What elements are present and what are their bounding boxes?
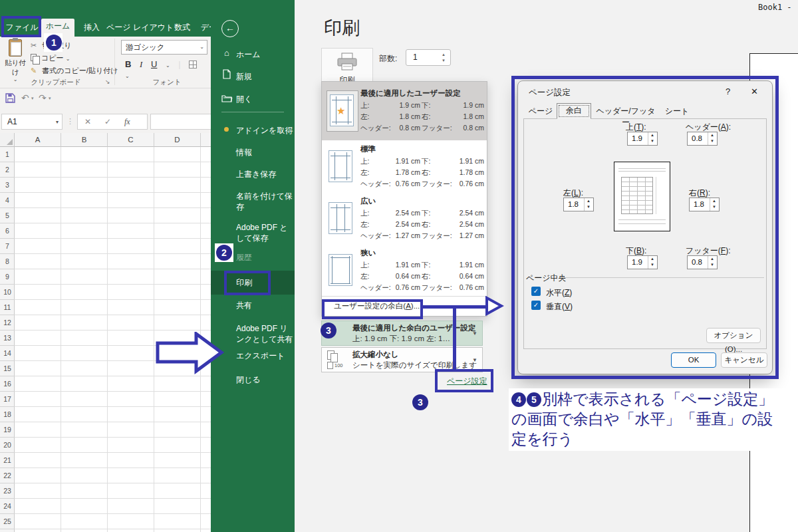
row-header-20[interactable]: 20 (0, 438, 15, 453)
annotation-box-custom-margins (322, 299, 423, 319)
row-header-11[interactable]: 11 (0, 300, 15, 315)
margin-preset-item[interactable]: ★ 狭い 上:1.91 cm下:1.91 cm 左:0.64 cm右:0.64 … (322, 244, 487, 296)
margin-preset-name: 最後に適用したユーザー設定 (360, 88, 485, 98)
dropdown-icon: ▼ (472, 357, 477, 363)
redo-icon[interactable]: ↷ (39, 92, 47, 103)
chevron-down-icon[interactable]: ▾ (31, 96, 34, 101)
font-name-combo[interactable]: 游ゴシック ⌄ (121, 40, 207, 55)
tab-page-layout[interactable]: ページ レイアウト (106, 20, 168, 37)
formula-input[interactable] (150, 114, 211, 130)
sidebar-item-export[interactable]: エクスポート (236, 350, 293, 361)
row-header-17[interactable]: 17 (0, 392, 15, 407)
row-header-7[interactable]: 7 (0, 239, 15, 254)
row-header-13[interactable]: 13 (0, 331, 15, 346)
bold-button[interactable]: B (125, 59, 131, 69)
column-header-C[interactable]: C (108, 133, 154, 147)
confirm-entry-icon[interactable]: ✓ (104, 117, 111, 126)
down-icon[interactable]: ▼ (442, 59, 446, 63)
row-header-19[interactable]: 19 (0, 422, 15, 438)
underline-button[interactable]: U (151, 59, 157, 69)
margin-preset-name: 狭い (360, 248, 485, 258)
chevron-down-icon: ▾ (56, 120, 59, 125)
sidebar-item-save[interactable]: 上書き保存 (236, 169, 293, 180)
annotation-badge-2: 2 (216, 245, 232, 261)
formula-bar-row: A1 ▾ ⋮ ✕ ✓ fx (0, 111, 211, 133)
sidebar-item-close[interactable]: 閉じる (236, 374, 293, 385)
row-header-24[interactable]: 24 (0, 499, 15, 514)
row-header-2[interactable]: 2 (0, 162, 15, 178)
dialog-launcher-icon[interactable]: ↘ (105, 78, 110, 85)
backstage-sidebar: ← ⌂ ホーム 新規 開く アドインを取得 情報 上書き保存 名前を付けて保存 … (211, 0, 295, 532)
margin-preset-item[interactable]: ★ 標準 上:1.91 cm下:1.91 cm 左:1.78 cm右:1.78 … (322, 140, 487, 192)
column-header-E[interactable]: E (201, 133, 211, 147)
copies-stepper[interactable]: 1 ▲ ▼ (406, 49, 451, 66)
up-icon[interactable]: ▲ (442, 53, 446, 57)
tab-data[interactable]: データ (198, 20, 211, 37)
copy-button[interactable]: コピー ⌄ (31, 53, 70, 63)
font-name-value: 游ゴシック (126, 43, 165, 51)
cancel-entry-icon[interactable]: ✕ (84, 117, 91, 126)
row-header-6[interactable]: 6 (0, 223, 15, 239)
row-header-22[interactable]: 22 (0, 468, 15, 483)
dropdown-icon: ▼ (472, 331, 477, 336)
row-header-15[interactable]: 15 (0, 361, 15, 376)
sidebar-item-save-as[interactable]: 名前を付けて保存 (236, 191, 293, 212)
sidebar-item-new[interactable]: 新規 (236, 71, 293, 82)
font-format-buttons: B I U ⌄ | ⌄ (125, 59, 211, 80)
margin-preset-name: 広い (360, 196, 485, 206)
new-document-icon (223, 69, 231, 79)
chevron-down-icon[interactable]: ⌄ (166, 63, 170, 68)
row-header-10[interactable]: 10 (0, 285, 15, 300)
row-header-18[interactable]: 18 (0, 407, 15, 422)
row-header-1[interactable]: 1 (0, 147, 15, 162)
sidebar-item-save-adobe-pdf[interactable]: Adobe PDF として保存 (236, 222, 293, 243)
scissors-icon: ✂ (31, 41, 40, 50)
paste-button[interactable]: 貼り付け ⌄ (3, 39, 28, 83)
sidebar-item-share-adobe-pdf[interactable]: Adobe PDF リンクとして共有 (236, 323, 293, 344)
margin-preset-item[interactable]: ★ 最後に適用したユーザー設定 上:1.9 cm下:1.9 cm 左:1.8 c… (322, 82, 487, 140)
column-header-D[interactable]: D (154, 133, 201, 147)
tab-formulas[interactable]: 数式 (168, 20, 197, 37)
column-header-B[interactable]: B (61, 133, 108, 147)
annotation-box-file-tab (1, 16, 41, 37)
margin-preset-name: 標準 (360, 144, 485, 154)
borders-icon[interactable] (189, 61, 197, 68)
tab-insert[interactable]: 挿入 (77, 20, 106, 37)
annotation-box-dialog (511, 76, 779, 379)
undo-icon[interactable]: ↶ (21, 92, 29, 103)
row-header-16[interactable]: 16 (0, 376, 15, 392)
row-header-9[interactable]: 9 (0, 269, 15, 285)
margin-preset-icon: ★ (329, 150, 352, 182)
save-icon[interactable] (5, 93, 15, 103)
row-header-3[interactable]: 3 (0, 178, 15, 193)
sidebar-item-addins[interactable]: アドインを取得 (236, 125, 293, 136)
row-header-23[interactable]: 23 (0, 483, 15, 499)
excel-window: ファイル ホーム 挿入 ページ レイアウト 数式 データ 貼り付け ⌄ ✂ 切り… (0, 0, 211, 532)
chevron-down-icon[interactable]: ▾ (49, 96, 51, 101)
select-all-corner[interactable] (0, 133, 15, 147)
sidebar-item-info[interactable]: 情報 (236, 147, 293, 158)
format-painter-button[interactable]: ✎ 書式のコピー/貼り付け (31, 66, 118, 76)
row-header-25[interactable]: 25 (0, 514, 15, 529)
chevron-down-icon[interactable]: ⌄ (125, 73, 130, 79)
margin-preset-item[interactable]: ★ 広い 上:2.54 cm下:2.54 cm 左:2.54 cm右:2.54 … (322, 192, 487, 244)
sidebar-item-open[interactable]: 開く (236, 94, 293, 104)
print-button[interactable]: 印刷 (321, 48, 373, 85)
row-header-8[interactable]: 8 (0, 254, 15, 269)
row-header-4[interactable]: 4 (0, 193, 15, 208)
fx-icon[interactable]: fx (124, 117, 130, 127)
name-box[interactable]: A1 ▾ (1, 114, 63, 130)
italic-button[interactable]: I (140, 59, 142, 69)
annotation-arrow-export (156, 332, 225, 374)
margins-dropdown-button[interactable]: 最後に適用した余白のユーザー設定 上: 1.9 cm 下: 1.9 cm 左: … (321, 321, 483, 346)
sidebar-item-share[interactable]: 共有 (236, 300, 293, 311)
row-header-14[interactable]: 14 (0, 346, 15, 361)
annotation-box-print-item (224, 271, 271, 295)
row-header-12[interactable]: 12 (0, 315, 15, 331)
row-header-5[interactable]: 5 (0, 208, 15, 223)
row-header-21[interactable]: 21 (0, 453, 15, 468)
back-button[interactable]: ← (221, 20, 239, 37)
open-folder-icon (221, 94, 233, 102)
column-header-A[interactable]: A (15, 133, 61, 147)
sidebar-item-home[interactable]: ホーム (236, 49, 293, 60)
